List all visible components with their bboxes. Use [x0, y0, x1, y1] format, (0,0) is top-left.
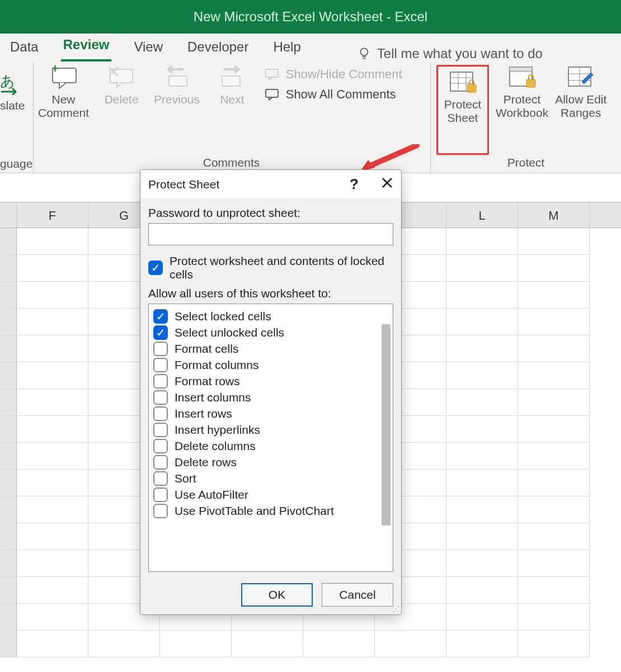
permission-item[interactable]: Insert hyperlinks: [153, 423, 388, 437]
cell[interactable]: [446, 604, 518, 631]
allow-edit-label1: Allow Edit: [555, 93, 606, 106]
cell[interactable]: [446, 443, 518, 470]
permission-item[interactable]: Format columns: [153, 358, 388, 372]
permission-item[interactable]: Insert columns: [153, 390, 388, 405]
permission-item[interactable]: Format cells: [153, 342, 388, 356]
cell[interactable]: [17, 335, 88, 362]
cell[interactable]: [446, 255, 518, 282]
protect-contents-label: Protect worksheet and contents of locked…: [170, 254, 393, 281]
tab-data[interactable]: Data: [8, 35, 41, 61]
permission-label: Use AutoFilter: [175, 488, 248, 501]
tab-review[interactable]: Review: [61, 32, 112, 61]
cell[interactable]: [17, 496, 88, 523]
cell[interactable]: [17, 604, 88, 631]
cell[interactable]: [17, 631, 88, 657]
resize-grip-icon[interactable]: ⋰: [393, 605, 399, 613]
cell[interactable]: [446, 577, 518, 604]
cell[interactable]: [446, 389, 518, 416]
cell[interactable]: [518, 309, 590, 335]
cell[interactable]: [17, 577, 88, 604]
ok-button[interactable]: OK: [241, 583, 313, 607]
cell[interactable]: [375, 631, 446, 657]
cell[interactable]: [518, 335, 590, 362]
previous-comment-button: Previous: [154, 65, 200, 106]
cell[interactable]: [17, 282, 88, 309]
cell[interactable]: [446, 416, 518, 443]
tell-me-search[interactable]: Tell me what you want to do: [357, 46, 543, 61]
cell[interactable]: [17, 416, 88, 443]
cell[interactable]: [446, 335, 518, 362]
cell[interactable]: [518, 255, 590, 282]
permission-item[interactable]: Delete columns: [153, 439, 388, 453]
password-input[interactable]: [148, 223, 393, 245]
cell[interactable]: [446, 470, 518, 496]
cell[interactable]: [518, 604, 590, 631]
cell[interactable]: [518, 228, 590, 255]
cell[interactable]: [446, 228, 518, 255]
cell[interactable]: [446, 309, 518, 335]
protect-sheet-button[interactable]: ProtectSheet: [440, 70, 485, 125]
cell[interactable]: [446, 282, 518, 309]
cell[interactable]: [17, 309, 88, 335]
cell[interactable]: [17, 255, 88, 282]
cell[interactable]: [518, 443, 590, 470]
column-header[interactable]: F: [17, 203, 88, 228]
dialog-titlebar[interactable]: Protect Sheet ?: [140, 170, 401, 198]
protect-workbook-button[interactable]: ProtectWorkbook: [496, 65, 548, 155]
protect-sheet-label1: Protect: [444, 98, 482, 111]
cell[interactable]: [446, 362, 518, 389]
cell[interactable]: [446, 550, 518, 577]
cell[interactable]: [232, 631, 303, 657]
permission-item[interactable]: Format rows: [153, 374, 388, 389]
permission-item[interactable]: Use AutoFilter: [153, 488, 388, 502]
permissions-listbox[interactable]: Select locked cellsSelect unlocked cells…: [148, 304, 393, 572]
cell[interactable]: [518, 577, 590, 604]
cancel-button[interactable]: Cancel: [322, 583, 393, 607]
cell[interactable]: [303, 631, 375, 657]
protect-sheet-dialog: Protect Sheet ? Password to unprotect sh…: [140, 169, 402, 615]
permission-item[interactable]: Insert rows: [153, 406, 388, 421]
dialog-help-button[interactable]: ?: [350, 176, 359, 193]
cell[interactable]: [88, 631, 160, 657]
column-header[interactable]: L: [446, 203, 518, 228]
cell[interactable]: [446, 631, 518, 657]
cell[interactable]: [17, 228, 88, 255]
cell[interactable]: [446, 523, 518, 550]
cell[interactable]: [518, 523, 590, 550]
permission-item[interactable]: Select locked cells: [153, 309, 388, 324]
cell[interactable]: [518, 470, 590, 496]
permission-item[interactable]: Delete rows: [153, 455, 388, 470]
protect-group: ProtectSheet ProtectWorkbook Allow EditR…: [431, 61, 621, 173]
allow-edit-ranges-button[interactable]: Allow EditRanges: [555, 65, 606, 155]
cell[interactable]: [518, 631, 590, 657]
cell[interactable]: [518, 416, 590, 443]
show-all-label: Show All Comments: [286, 87, 396, 102]
checkbox-icon: [153, 455, 168, 470]
cell[interactable]: [17, 389, 88, 416]
permission-item[interactable]: Select unlocked cells: [153, 325, 388, 340]
cell[interactable]: [446, 496, 518, 523]
cell[interactable]: [17, 470, 88, 496]
tab-developer[interactable]: Developer: [185, 35, 251, 61]
cell[interactable]: [518, 362, 590, 389]
cell[interactable]: [160, 631, 232, 657]
translate-label-partial: slate: [0, 99, 30, 112]
protect-contents-checkbox[interactable]: Protect worksheet and contents of locked…: [148, 254, 393, 281]
show-all-comments-button[interactable]: Show All Comments: [265, 87, 402, 102]
listbox-scrollbar[interactable]: [382, 324, 391, 526]
cell[interactable]: [17, 523, 88, 550]
cell[interactable]: [17, 362, 88, 389]
column-header[interactable]: M: [518, 203, 590, 228]
cell[interactable]: [17, 443, 88, 470]
tab-help[interactable]: Help: [271, 35, 303, 61]
new-comment-button[interactable]: + NewComment: [38, 65, 89, 120]
cell[interactable]: [518, 496, 590, 523]
dialog-close-button[interactable]: [381, 176, 393, 193]
permission-item[interactable]: Use PivotTable and PivotChart: [153, 504, 388, 518]
cell[interactable]: [518, 389, 590, 416]
cell[interactable]: [518, 550, 590, 577]
tab-view[interactable]: View: [131, 35, 165, 61]
cell[interactable]: [17, 550, 88, 577]
permission-item[interactable]: Sort: [153, 471, 388, 486]
cell[interactable]: [518, 282, 590, 309]
